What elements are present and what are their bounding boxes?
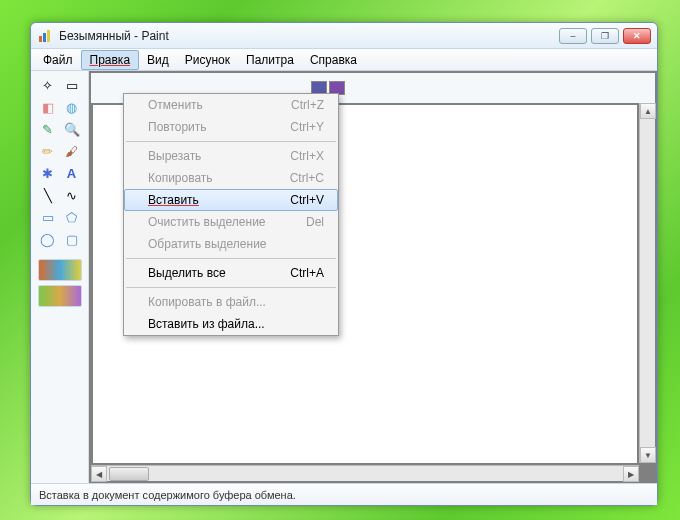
menu-edit[interactable]: Правка <box>81 50 140 70</box>
scroll-down-icon[interactable]: ▼ <box>640 447 656 463</box>
menu-separator <box>126 258 336 259</box>
menubar: Файл Правка Вид Рисунок Палитра Справка <box>31 49 657 71</box>
tool-polygon[interactable]: ⬠ <box>61 207 83 227</box>
scroll-right-icon[interactable]: ▶ <box>623 466 639 482</box>
tool-pencil[interactable]: ✏ <box>37 141 59 161</box>
menu-redo[interactable]: ПовторитьCtrl+Y <box>124 116 338 138</box>
tool-option-1[interactable] <box>38 259 82 281</box>
menu-separator <box>126 141 336 142</box>
scroll-left-icon[interactable]: ◀ <box>91 466 107 482</box>
menu-help[interactable]: Справка <box>302 51 365 69</box>
menu-select-all[interactable]: Выделить всеCtrl+A <box>124 262 338 284</box>
menu-copy-to-file[interactable]: Копировать в файл... <box>124 291 338 313</box>
tool-curve[interactable]: ∿ <box>61 185 83 205</box>
vertical-scrollbar[interactable]: ▲ ▼ <box>639 103 655 463</box>
tool-rounded-rect[interactable]: ▢ <box>61 229 83 249</box>
tool-line[interactable]: ╲ <box>37 185 59 205</box>
window-buttons: – ❐ ✕ <box>559 28 651 44</box>
horizontal-scrollbar[interactable]: ◀ ▶ <box>91 465 639 481</box>
scroll-up-icon[interactable]: ▲ <box>640 103 656 119</box>
titlebar[interactable]: Безымянный - Paint – ❐ ✕ <box>31 23 657 49</box>
window-title: Безымянный - Paint <box>59 29 559 43</box>
close-button[interactable]: ✕ <box>623 28 651 44</box>
paint-window: Безымянный - Paint – ❐ ✕ Файл Правка Вид… <box>30 22 658 506</box>
menu-clear-selection[interactable]: Очистить выделениеDel <box>124 211 338 233</box>
menu-image[interactable]: Рисунок <box>177 51 238 69</box>
tool-rectangle[interactable]: ▭ <box>37 207 59 227</box>
menu-undo[interactable]: ОтменитьCtrl+Z <box>124 94 338 116</box>
scroll-thumb[interactable] <box>109 467 149 481</box>
tool-picker[interactable]: ✎ <box>37 119 59 139</box>
desktop-background: Безымянный - Paint – ❐ ✕ Файл Правка Вид… <box>0 0 680 520</box>
tool-brush[interactable]: 🖌 <box>61 141 83 161</box>
svg-rect-0 <box>39 36 42 42</box>
menu-file[interactable]: Файл <box>35 51 81 69</box>
toolbox: ✧▭ ◧◍ ✎🔍 ✏🖌 ✱A ╲∿ ▭⬠ ◯▢ <box>31 71 89 483</box>
tool-airbrush[interactable]: ✱ <box>37 163 59 183</box>
tool-ellipse[interactable]: ◯ <box>37 229 59 249</box>
tool-option-2[interactable] <box>38 285 82 307</box>
svg-rect-2 <box>47 30 50 42</box>
tool-magnifier[interactable]: 🔍 <box>61 119 83 139</box>
app-icon <box>37 28 53 44</box>
menu-invert-selection[interactable]: Обратить выделение <box>124 233 338 255</box>
statusbar: Вставка в документ содержимого буфера об… <box>31 483 657 505</box>
menu-colors[interactable]: Палитра <box>238 51 302 69</box>
tool-freeform-select[interactable]: ✧ <box>37 75 59 95</box>
tool-fill[interactable]: ◍ <box>61 97 83 117</box>
menu-paste[interactable]: ВставитьCtrl+V <box>124 189 338 211</box>
svg-rect-1 <box>43 33 46 42</box>
maximize-button[interactable]: ❐ <box>591 28 619 44</box>
menu-view[interactable]: Вид <box>139 51 177 69</box>
menu-paste-from-file[interactable]: Вставить из файла... <box>124 313 338 335</box>
tool-options <box>38 259 82 307</box>
menu-cut[interactable]: ВырезатьCtrl+X <box>124 145 338 167</box>
edit-menu-dropdown: ОтменитьCtrl+Z ПовторитьCtrl+Y ВырезатьC… <box>123 93 339 336</box>
minimize-button[interactable]: – <box>559 28 587 44</box>
tool-rect-select[interactable]: ▭ <box>61 75 83 95</box>
tool-text[interactable]: A <box>61 163 83 183</box>
menu-separator <box>126 287 336 288</box>
menu-copy[interactable]: КопироватьCtrl+C <box>124 167 338 189</box>
status-text: Вставка в документ содержимого буфера об… <box>39 489 296 501</box>
tool-eraser[interactable]: ◧ <box>37 97 59 117</box>
